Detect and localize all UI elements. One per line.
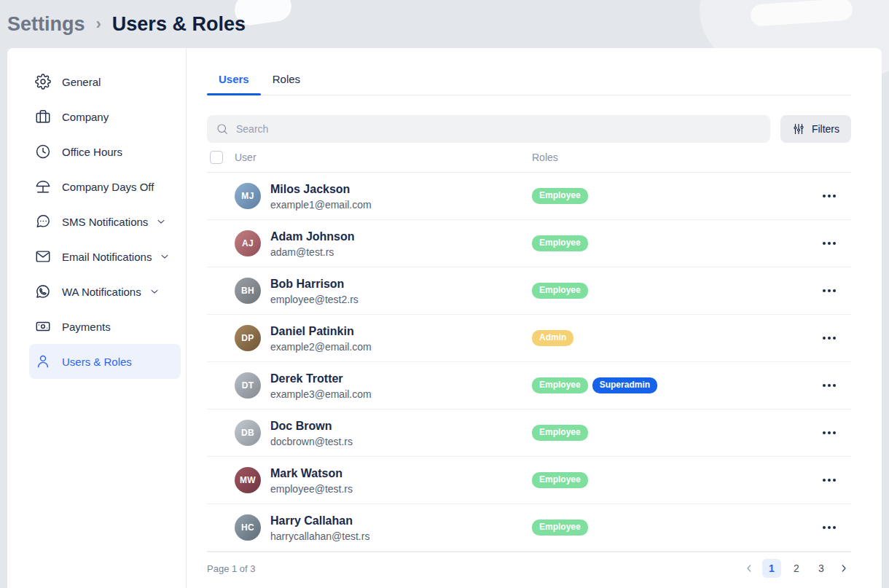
sidebar-item-users-roles[interactable]: Users & Roles bbox=[29, 344, 181, 379]
banknote-icon bbox=[35, 318, 51, 334]
pagination: Page 1 of 3 123 bbox=[207, 552, 851, 584]
row-actions-button[interactable] bbox=[818, 332, 840, 344]
settings-sidebar: General Company Office Hours Company Day… bbox=[7, 48, 186, 588]
tab-bar: UsersRoles bbox=[207, 66, 851, 95]
sidebar-item-email-notifications[interactable]: Email Notifications bbox=[29, 239, 181, 274]
user-roles: Employee bbox=[532, 520, 807, 535]
page-button-2[interactable]: 2 bbox=[787, 559, 806, 578]
user-name: Harry Callahan bbox=[270, 514, 369, 528]
settings-card: General Company Office Hours Company Day… bbox=[7, 48, 882, 588]
user-email: docbrown@test.rs bbox=[270, 436, 353, 447]
table-row: DP Daniel Patinkin example2@email.com Ad… bbox=[207, 315, 851, 362]
previous-page-button[interactable] bbox=[742, 559, 756, 578]
sidebar-item-company[interactable]: Company bbox=[29, 99, 181, 134]
user-email: adam@test.rs bbox=[270, 246, 355, 258]
whatsapp-icon bbox=[35, 283, 51, 299]
role-badge-superadmin: Superadmin bbox=[592, 377, 657, 393]
tab-roles[interactable]: Roles bbox=[261, 66, 312, 95]
sidebar-item-office-hours[interactable]: Office Hours bbox=[29, 134, 181, 169]
breadcrumb: Settings › Users & Roles bbox=[0, 0, 889, 41]
role-badge-employee: Employee bbox=[532, 235, 588, 251]
row-actions-button[interactable] bbox=[818, 238, 840, 249]
search-box bbox=[207, 115, 770, 143]
table-row: AJ Adam Johnson adam@test.rs Employee bbox=[207, 220, 851, 267]
chevron-down-icon bbox=[155, 216, 167, 227]
avatar: MW bbox=[235, 467, 261, 493]
sidebar-item-sms-notifications[interactable]: SMS Notifications bbox=[29, 204, 181, 239]
row-actions-button[interactable] bbox=[818, 427, 840, 439]
row-actions-button[interactable] bbox=[818, 474, 840, 486]
chevron-right-icon bbox=[838, 562, 850, 574]
user-roles: Admin bbox=[532, 330, 807, 345]
page-button-1[interactable]: 1 bbox=[762, 559, 781, 578]
toolbar: Filters bbox=[207, 115, 851, 143]
user-roles: Employee bbox=[532, 188, 807, 203]
table-row: HC Harry Callahan harrycallahan@test.rs … bbox=[207, 504, 851, 552]
filters-button-label: Filters bbox=[812, 123, 839, 135]
envelope-icon bbox=[35, 248, 51, 264]
user-name: Derek Trotter bbox=[270, 372, 372, 386]
pager: 123 bbox=[742, 559, 851, 578]
avatar: BH bbox=[235, 278, 261, 304]
column-header-roles: Roles bbox=[532, 152, 807, 163]
page-title: Users & Roles bbox=[112, 13, 246, 36]
chevron-left-icon bbox=[743, 562, 755, 574]
sidebar-item-general[interactable]: General bbox=[29, 64, 181, 99]
avatar: DT bbox=[235, 372, 261, 399]
column-header-user: User bbox=[235, 152, 256, 163]
table-row: DT Derek Trotter example3@email.com Empl… bbox=[207, 362, 851, 409]
user-name: Bob Harrison bbox=[270, 277, 359, 291]
user-name: Mark Watson bbox=[270, 466, 353, 481]
user-email: example3@email.com bbox=[270, 388, 372, 400]
user-roles: EmployeeSuperadmin bbox=[532, 377, 807, 393]
avatar: AJ bbox=[235, 230, 261, 256]
avatar: MJ bbox=[235, 183, 261, 209]
user-name: Daniel Patinkin bbox=[270, 324, 372, 339]
user-table-body: MJ Milos Jackson example1@email.com Empl… bbox=[207, 173, 851, 552]
select-all-checkbox[interactable] bbox=[210, 151, 223, 164]
tab-users[interactable]: Users bbox=[207, 66, 261, 95]
role-badge-employee: Employee bbox=[532, 283, 588, 298]
row-actions-button[interactable] bbox=[818, 380, 840, 391]
avatar: DP bbox=[235, 325, 261, 351]
user-email: example1@email.com bbox=[270, 199, 372, 211]
row-actions-button[interactable] bbox=[818, 522, 840, 533]
sidebar-item-wa-notifications[interactable]: WA Notifications bbox=[29, 274, 181, 309]
avatar: DB bbox=[235, 420, 261, 446]
table-row: MW Mark Watson employee@test.rs Employee bbox=[207, 457, 851, 504]
next-page-button[interactable] bbox=[837, 559, 851, 578]
user-roles: Employee bbox=[532, 425, 807, 440]
user-name: Doc Brown bbox=[270, 419, 353, 434]
filters-button[interactable]: Filters bbox=[780, 115, 851, 143]
role-badge-employee: Employee bbox=[532, 425, 588, 440]
breadcrumb-separator-icon: › bbox=[96, 15, 101, 34]
gear-icon bbox=[35, 74, 51, 90]
user-roles: Employee bbox=[532, 283, 807, 298]
search-input[interactable] bbox=[236, 123, 761, 135]
breadcrumb-settings[interactable]: Settings bbox=[7, 13, 85, 36]
sidebar-item-payments[interactable]: Payments bbox=[29, 309, 181, 344]
page-summary: Page 1 of 3 bbox=[207, 563, 256, 574]
row-actions-button[interactable] bbox=[818, 285, 840, 297]
chevron-down-icon bbox=[159, 251, 171, 262]
user-email: harrycallahan@test.rs bbox=[270, 530, 369, 542]
briefcase-icon bbox=[35, 109, 51, 125]
beach-umbrella-icon bbox=[35, 179, 51, 195]
user-email: employee@test2.rs bbox=[270, 294, 359, 305]
avatar: HC bbox=[235, 514, 261, 541]
page-button-3[interactable]: 3 bbox=[812, 559, 831, 578]
user-name: Milos Jackson bbox=[270, 182, 372, 197]
row-actions-button[interactable] bbox=[818, 190, 840, 202]
table-row: MJ Milos Jackson example1@email.com Empl… bbox=[207, 173, 851, 220]
user-email: example2@email.com bbox=[270, 341, 372, 353]
sidebar-item-company-days-off[interactable]: Company Days Off bbox=[29, 169, 181, 204]
user-icon bbox=[35, 353, 51, 369]
user-email: employee@test.rs bbox=[270, 483, 353, 495]
user-roles: Employee bbox=[532, 472, 807, 487]
chevron-down-icon bbox=[149, 286, 160, 297]
chat-bubble-icon bbox=[35, 213, 51, 230]
search-icon bbox=[216, 122, 229, 136]
table-row: DB Doc Brown docbrown@test.rs Employee bbox=[207, 409, 851, 457]
role-badge-employee: Employee bbox=[532, 377, 588, 393]
main-content: UsersRoles Filters User Roles MJ Milos bbox=[186, 48, 882, 588]
